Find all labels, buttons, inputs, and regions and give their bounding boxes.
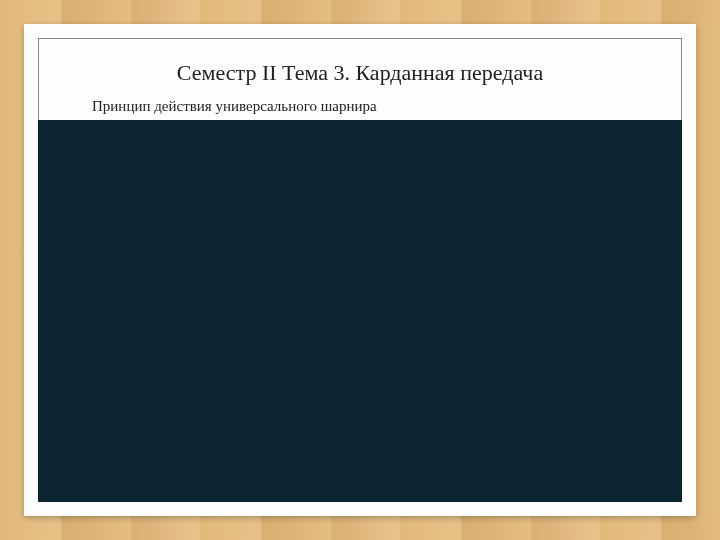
wood-background: Семестр II Тема 3. Карданная передача Пр… <box>0 0 720 540</box>
media-placeholder <box>38 120 682 502</box>
slide-card: Семестр II Тема 3. Карданная передача Пр… <box>24 24 696 516</box>
slide-title: Семестр II Тема 3. Карданная передача <box>24 60 696 86</box>
slide-subtitle: Принцип действия универсального шарнира <box>92 98 377 115</box>
